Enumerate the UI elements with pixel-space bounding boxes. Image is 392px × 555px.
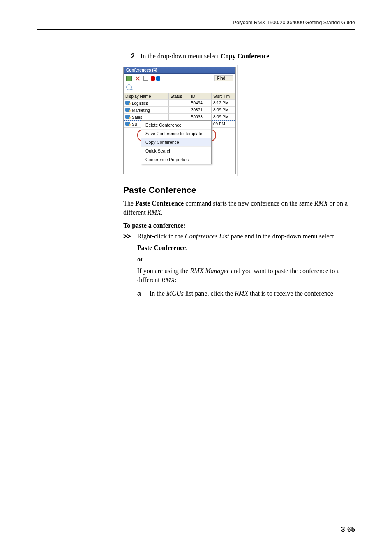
step-2: 2 In the drop-down menu select Copy Conf… [123, 53, 355, 60]
step-2-bold: Copy Conference [221, 53, 269, 60]
step-number: 2 [123, 53, 141, 60]
or-text: or [137, 256, 143, 263]
paste-step-or: or [137, 255, 355, 264]
conference-icon [125, 122, 130, 126]
paste-step-select: Paste Conference. [137, 243, 355, 252]
menu-copy-conference[interactable]: Copy Conference [141, 138, 211, 147]
sa-i1: MCUs [166, 290, 184, 297]
p1-bold: Paste Conference [135, 200, 184, 207]
row-start: 8:12 PM [212, 100, 235, 107]
p1-mid: command starts the new conference on the… [184, 200, 314, 207]
rmx-manager-note: If you are using the RMX Manager and you… [137, 266, 355, 284]
as-b1: Paste Conference [137, 244, 186, 251]
menu-conference-properties[interactable]: Conference Properties [141, 155, 211, 164]
grid-header: Display Name Status ID Start Tim [124, 93, 235, 100]
conference-icon [125, 101, 130, 105]
menu-delete-conference[interactable]: Delete Conference [141, 121, 211, 130]
search-icon[interactable] [126, 84, 132, 90]
new-conference-icon[interactable] [126, 76, 132, 81]
row-name: Marketing [132, 108, 150, 113]
paste-conference-intro: The Paste Conference command starts the … [123, 199, 355, 217]
paste-step: >> Right-click in the Conferences List p… [123, 232, 355, 241]
step-2-pre: In the drop-down menu select [141, 53, 221, 60]
paste-step-text: Right-click in the Conferences List pane… [137, 232, 334, 241]
as-pre: Right-click in the [137, 233, 185, 240]
table-row[interactable]: Marketing 30371 8:09 PM [124, 107, 235, 114]
row-start: 8:09 PM [212, 114, 235, 121]
row-id: 59033 [189, 114, 212, 121]
row-start: 09 PM [212, 121, 235, 128]
pane-title: Conferences (4) [124, 67, 235, 74]
p1-i2: RMX [148, 209, 161, 216]
col-status[interactable]: Status [169, 93, 189, 100]
header-rule [37, 29, 355, 30]
angle-bullet: >> [123, 232, 137, 241]
conferences-pane: Conferences (4) Find Display Name Status… [123, 67, 236, 174]
pane-toolbar: Find [124, 74, 235, 83]
tree-icon[interactable] [143, 76, 148, 81]
page-number: 3-65 [341, 525, 355, 534]
step-2-text: In the drop-down menu select Copy Confer… [141, 53, 271, 60]
rmx-i2: RMX [161, 276, 175, 283]
col-start-time[interactable]: Start Tim [212, 93, 235, 100]
row-id: 50494 [189, 100, 212, 107]
p1-post: . [161, 209, 163, 216]
step-2-post: . [269, 53, 271, 60]
context-menu: Delete Conference Save Conference to Tem… [141, 120, 212, 164]
rmx-post: : [175, 276, 177, 283]
running-header: Polycom RMX 1500/2000/4000 Getting Start… [37, 20, 355, 25]
substep-a: a In the MCUs list pane, click the RMX t… [137, 289, 355, 298]
conference-icon [125, 108, 130, 112]
delete-conference-icon[interactable] [135, 76, 140, 81]
conferences-pane-screenshot: Conferences (4) Find Display Name Status… [123, 67, 355, 174]
as-i1: Conferences List [185, 233, 229, 240]
p1-i1: RMX [314, 200, 328, 207]
row-name: Logistics [132, 101, 148, 106]
conference-icon [125, 115, 130, 119]
pane-toolbar-row2 [124, 83, 235, 93]
substep-a-text: In the MCUs list pane, click the RMX tha… [150, 289, 335, 298]
rmx-pre: If you are using the [137, 267, 190, 274]
as-post: . [186, 244, 187, 251]
row-name: Sales [132, 115, 142, 120]
as-mid: pane and in the drop-down menu select [229, 233, 334, 240]
row-name: Su [132, 122, 137, 127]
p1-pre: The [123, 200, 135, 207]
sa-mid: list pane, click the [184, 290, 235, 297]
col-display-name[interactable]: Display Name [124, 93, 169, 100]
to-paste-heading: To paste a conference: [123, 222, 355, 229]
sa-i2: RMX [235, 290, 248, 297]
sa-pre: In the [150, 290, 166, 297]
sa-post: that is to receive the conference. [248, 290, 335, 297]
row-id: 30371 [189, 107, 212, 114]
row-start: 8:09 PM [212, 107, 235, 114]
col-id[interactable]: ID [189, 93, 212, 100]
table-row-selected[interactable]: Sales 59033 8:09 PM [124, 114, 235, 121]
record-controls-icon[interactable] [151, 76, 160, 81]
menu-save-to-template[interactable]: Save Conference to Template [141, 130, 211, 138]
rmx-i: RMX Manager [190, 267, 229, 274]
menu-quick-search[interactable]: Quick Search [141, 147, 211, 155]
table-row[interactable]: Logistics 50494 8:12 PM [124, 100, 235, 107]
section-heading-paste-conference: Paste Conference [123, 185, 355, 195]
find-field[interactable]: Find [214, 75, 233, 81]
substep-letter: a [137, 289, 150, 298]
